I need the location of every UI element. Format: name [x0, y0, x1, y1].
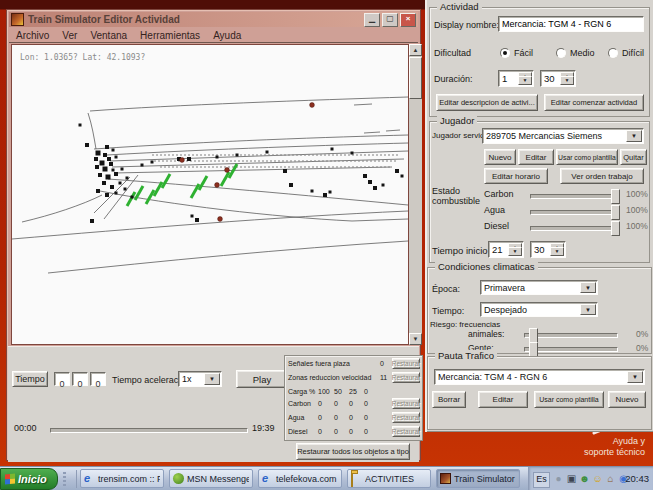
accel-select[interactable]: 1x ▼ — [178, 371, 222, 387]
restore-water-button[interactable]: Restaurar — [392, 412, 420, 423]
traffic-pattern-select[interactable]: Mercancia: TGM 4 - RGN 6 ▼ — [434, 369, 645, 385]
tray-display-icon[interactable]: ▣ — [566, 473, 577, 484]
start-hour-stepper[interactable]: 21 ▲ ▼ — [488, 241, 524, 258]
duration-hours-stepper[interactable]: 1 ▲ ▼ — [498, 70, 534, 87]
timeline-end-label: 19:39 — [252, 423, 275, 433]
menu-ventana[interactable]: Ventana — [90, 30, 127, 41]
timeline-slider[interactable] — [50, 428, 248, 433]
traffic-edit-button[interactable]: Editar — [478, 391, 528, 408]
animals-slider[interactable] — [524, 333, 618, 338]
desktop: Ayuda y soporte técnico Train Simulator … — [0, 0, 653, 490]
slider-thumb[interactable] — [529, 342, 538, 357]
service-new-button[interactable]: Nuevo — [484, 149, 516, 165]
service-edit-button[interactable]: Editar — [518, 149, 554, 165]
close-button[interactable]: × — [400, 13, 416, 27]
taskbar-button-msn[interactable]: MSN Messenger — [169, 469, 253, 488]
scroll-down-arrow[interactable]: ▼ — [409, 333, 422, 345]
desktop-help-line1: Ayuda y — [525, 436, 645, 447]
chevron-down-icon[interactable]: ▼ — [580, 282, 596, 293]
difficulty-radio-dificil[interactable] — [608, 48, 618, 58]
season-select[interactable]: Primavera ▼ — [480, 280, 598, 295]
minimize-button[interactable]: ▁ — [364, 13, 380, 27]
table-row: Carbon 0 0 0 0 Restaurar — [288, 398, 420, 410]
chevron-down-icon[interactable]: ▼ — [204, 373, 220, 385]
desktop-help-caption: Ayuda y soporte técnico — [525, 436, 645, 458]
ie-icon: e — [84, 473, 95, 484]
spin-down-icon[interactable]: ▼ — [550, 247, 564, 256]
hazard-label: Riesgo: frecuencias — [430, 320, 500, 329]
start-button[interactable]: Inicio — [0, 468, 58, 490]
edit-description-button[interactable]: Editar descripcion de activi... — [436, 94, 538, 111]
fuel-state-label-2: combustible — [432, 196, 480, 206]
tray-update-icon[interactable]: ● — [553, 473, 564, 484]
menu-ver[interactable]: Ver — [62, 30, 77, 41]
player-service-select[interactable]: 289705 Mercancias Siemens ▼ — [482, 128, 644, 144]
display-name-input[interactable]: Mercancia: TGM 4 - RGN 6 — [498, 16, 644, 32]
chevron-down-icon[interactable]: ▼ — [580, 304, 596, 315]
water-slider[interactable] — [530, 210, 620, 215]
restore-diesel-button[interactable]: Restaurar — [392, 426, 420, 437]
menubar: Archivo Ver Ventana Herramientas Ayuda — [9, 28, 418, 43]
traffic-delete-button[interactable]: Borrar — [432, 391, 466, 408]
tray-user-icon[interactable]: ☺ — [592, 473, 603, 484]
traffic-template-button[interactable]: Usar como plantilla — [534, 391, 604, 408]
taskbar-clock[interactable]: 20:43 — [625, 473, 649, 484]
chevron-down-icon[interactable]: ▼ — [626, 130, 642, 142]
titlebar[interactable]: Train Simulator Editor Actividad ▁ ▢ × — [9, 12, 418, 27]
chevron-down-icon[interactable]: ▼ — [627, 371, 643, 383]
edit-timetable-button[interactable]: Editar horario — [484, 168, 548, 184]
taskbar-button-train-simulator[interactable]: Train Simulator Ed... — [436, 469, 520, 488]
system-tray: Es ● ▣ ☻ ☺ ⌂ ◉ 20:43 — [528, 467, 653, 490]
edit-start-button[interactable]: Editar comenzar actividad — [544, 94, 644, 111]
spin-down-icon[interactable]: ▼ — [508, 247, 522, 256]
traffic-new-button[interactable]: Nuevo — [608, 391, 646, 408]
restore-all-button[interactable]: Restaurar todos los objetos a tipo — [296, 443, 410, 460]
slider-thumb[interactable] — [611, 205, 620, 220]
windows-flag-icon — [5, 473, 15, 484]
slider-thumb[interactable] — [611, 189, 620, 204]
language-indicator[interactable]: Es — [533, 472, 550, 488]
view-workorder-button[interactable]: Ver orden trabajo — [560, 168, 644, 184]
spin-down-icon[interactable]: ▼ — [518, 76, 532, 85]
coal-slider[interactable] — [530, 194, 620, 199]
route-map-view[interactable]: Lon: 1.0365? Lat: 42.1093? — [11, 44, 409, 345]
difficulty-radio-facil[interactable] — [500, 48, 510, 58]
taskbar-grip[interactable] — [63, 472, 66, 486]
menu-herramientas[interactable]: Herramientas — [140, 30, 200, 41]
season-label: Época: — [432, 284, 460, 294]
map-vertical-scrollbar[interactable]: ▲ ▼ — [409, 44, 422, 345]
menu-archivo[interactable]: Archivo — [16, 30, 49, 41]
difficulty-radio-medio[interactable] — [556, 48, 566, 58]
restore-signals-button[interactable]: Restaurar — [392, 358, 420, 369]
restore-speed-zones-button[interactable]: Restaurar — [392, 372, 420, 383]
taskbar-button-trensim[interactable]: e trensim.com :: Pu... — [80, 469, 164, 488]
group-condiciones: Condiciones climaticas Época: Primavera … — [427, 267, 652, 354]
tiempo-button[interactable]: Tiempo — [12, 371, 48, 387]
duration-label: Duración: — [434, 74, 473, 84]
time-minutes-field[interactable]: 0 — [72, 372, 88, 386]
slider-thumb[interactable] — [529, 328, 538, 343]
service-remove-button[interactable]: Quitar — [620, 149, 647, 165]
table-row: Diesel 0 0 0 0 Restaurar — [288, 426, 420, 438]
scroll-up-arrow[interactable]: ▲ — [409, 44, 422, 56]
scrollbar-thumb[interactable] — [409, 57, 422, 99]
diesel-slider[interactable] — [530, 226, 620, 231]
people-slider[interactable] — [524, 347, 618, 352]
start-minute-stepper[interactable]: 30 ▲ ▼ — [530, 241, 566, 258]
duration-minutes-stepper[interactable]: 30 ▲ ▼ — [540, 70, 576, 87]
time-hours-field[interactable]: 0 — [54, 372, 70, 386]
maximize-button[interactable]: ▢ — [382, 13, 398, 27]
weather-select[interactable]: Despejado ▼ — [480, 302, 598, 317]
menu-ayuda[interactable]: Ayuda — [213, 30, 241, 41]
spin-down-icon[interactable]: ▼ — [560, 76, 574, 85]
quick-launch-area[interactable] — [60, 470, 77, 488]
restore-coal-button[interactable]: Restaurar — [392, 398, 420, 409]
taskbar-button-browser[interactable]: e telefekova.com -... — [258, 469, 342, 488]
time-seconds-field[interactable]: 0 — [90, 372, 106, 386]
service-template-button[interactable]: Usar como plantilla — [556, 149, 618, 165]
slider-thumb[interactable] — [611, 221, 620, 236]
play-button[interactable]: Play — [236, 370, 288, 388]
tray-home-icon[interactable]: ⌂ — [605, 473, 616, 484]
taskbar-button-activities-folder[interactable]: ACTIVITIES — [347, 469, 431, 488]
tray-messenger-icon[interactable]: ☻ — [579, 473, 590, 484]
